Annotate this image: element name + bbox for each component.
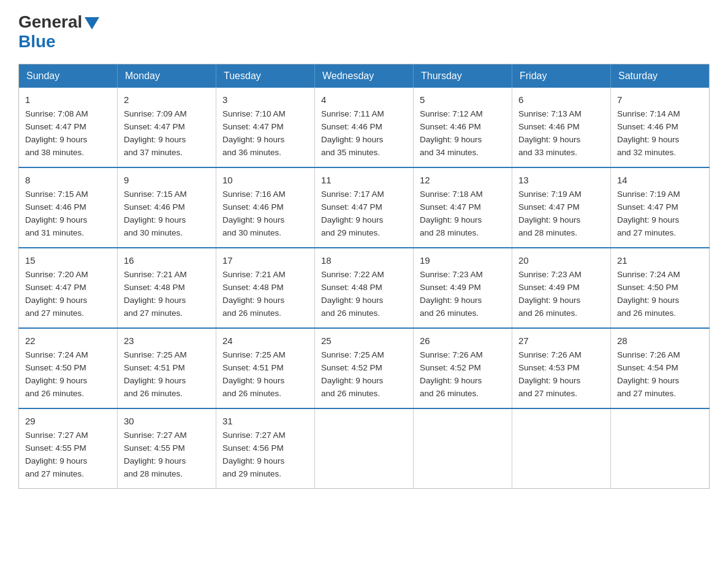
calendar-cell: 23Sunrise: 7:25 AMSunset: 4:51 PMDayligh… [118, 328, 216, 408]
calendar-cell: 30Sunrise: 7:27 AMSunset: 4:55 PMDayligh… [118, 408, 216, 488]
calendar-cell: 31Sunrise: 7:27 AMSunset: 4:56 PMDayligh… [216, 408, 315, 488]
day-number: 1 [25, 93, 111, 107]
day-number: 28 [617, 334, 703, 348]
day-number: 3 [222, 93, 308, 107]
calendar-cell: 14Sunrise: 7:19 AMSunset: 4:47 PMDayligh… [611, 167, 710, 248]
logo: General Blue [18, 12, 99, 52]
calendar-cell: 21Sunrise: 7:24 AMSunset: 4:50 PMDayligh… [611, 248, 710, 328]
weekday-header-monday: Monday [118, 64, 216, 88]
day-number: 26 [420, 334, 506, 348]
day-number: 15 [25, 253, 111, 267]
day-number: 20 [518, 253, 604, 267]
day-number: 24 [222, 334, 308, 348]
calendar-cell: 24Sunrise: 7:25 AMSunset: 4:51 PMDayligh… [216, 328, 315, 408]
calendar-cell: 18Sunrise: 7:22 AMSunset: 4:48 PMDayligh… [315, 248, 414, 328]
day-number: 27 [518, 334, 604, 348]
day-number: 31 [222, 414, 308, 428]
calendar-cell: 17Sunrise: 7:21 AMSunset: 4:48 PMDayligh… [216, 248, 315, 328]
day-number: 13 [518, 173, 604, 187]
calendar-week-row: 1Sunrise: 7:08 AMSunset: 4:47 PMDaylight… [19, 88, 710, 167]
calendar-cell: 15Sunrise: 7:20 AMSunset: 4:47 PMDayligh… [19, 248, 118, 328]
day-number: 7 [617, 93, 703, 107]
calendar-cell: 8Sunrise: 7:15 AMSunset: 4:46 PMDaylight… [19, 167, 118, 248]
day-number: 6 [518, 93, 604, 107]
calendar-week-row: 8Sunrise: 7:15 AMSunset: 4:46 PMDaylight… [19, 167, 710, 248]
weekday-header-tuesday: Tuesday [216, 64, 315, 88]
calendar-cell: 13Sunrise: 7:19 AMSunset: 4:47 PMDayligh… [512, 167, 611, 248]
calendar-cell [315, 408, 414, 488]
weekday-header-row: SundayMondayTuesdayWednesdayThursdayFrid… [19, 64, 710, 88]
calendar-cell: 25Sunrise: 7:25 AMSunset: 4:52 PMDayligh… [315, 328, 414, 408]
day-number: 9 [124, 173, 210, 187]
calendar-cell: 19Sunrise: 7:23 AMSunset: 4:49 PMDayligh… [414, 248, 512, 328]
calendar-cell [611, 408, 710, 488]
calendar-cell: 28Sunrise: 7:26 AMSunset: 4:54 PMDayligh… [611, 328, 710, 408]
calendar-cell: 4Sunrise: 7:11 AMSunset: 4:46 PMDaylight… [315, 88, 414, 167]
calendar-week-row: 29Sunrise: 7:27 AMSunset: 4:55 PMDayligh… [19, 408, 710, 488]
calendar-cell: 6Sunrise: 7:13 AMSunset: 4:46 PMDaylight… [512, 88, 611, 167]
day-number: 2 [124, 93, 210, 107]
day-number: 10 [222, 173, 308, 187]
header: General Blue [18, 12, 710, 52]
day-number: 16 [124, 253, 210, 267]
weekday-header-thursday: Thursday [414, 64, 512, 88]
day-number: 25 [321, 334, 407, 348]
day-number: 8 [25, 173, 111, 187]
calendar-cell: 3Sunrise: 7:10 AMSunset: 4:47 PMDaylight… [216, 88, 315, 167]
calendar-cell: 1Sunrise: 7:08 AMSunset: 4:47 PMDaylight… [19, 88, 118, 167]
day-number: 17 [222, 253, 308, 267]
calendar-cell: 9Sunrise: 7:15 AMSunset: 4:46 PMDaylight… [118, 167, 216, 248]
calendar-cell [512, 408, 611, 488]
weekday-header-friday: Friday [512, 64, 611, 88]
calendar-cell: 5Sunrise: 7:12 AMSunset: 4:46 PMDaylight… [414, 88, 512, 167]
day-number: 29 [25, 414, 111, 428]
logo-blue-text: Blue [18, 32, 56, 52]
day-number: 14 [617, 173, 703, 187]
calendar-cell: 29Sunrise: 7:27 AMSunset: 4:55 PMDayligh… [19, 408, 118, 488]
calendar-cell: 22Sunrise: 7:24 AMSunset: 4:50 PMDayligh… [19, 328, 118, 408]
logo-arrow-icon [85, 17, 99, 29]
day-number: 18 [321, 253, 407, 267]
calendar-cell: 12Sunrise: 7:18 AMSunset: 4:47 PMDayligh… [414, 167, 512, 248]
day-number: 12 [420, 173, 506, 187]
day-number: 19 [420, 253, 506, 267]
calendar-week-row: 22Sunrise: 7:24 AMSunset: 4:50 PMDayligh… [19, 328, 710, 408]
calendar-cell: 11Sunrise: 7:17 AMSunset: 4:47 PMDayligh… [315, 167, 414, 248]
day-number: 30 [124, 414, 210, 428]
calendar-cell: 20Sunrise: 7:23 AMSunset: 4:49 PMDayligh… [512, 248, 611, 328]
calendar-cell: 16Sunrise: 7:21 AMSunset: 4:48 PMDayligh… [118, 248, 216, 328]
day-number: 22 [25, 334, 111, 348]
calendar-cell: 26Sunrise: 7:26 AMSunset: 4:52 PMDayligh… [414, 328, 512, 408]
logo-general-text: General [18, 12, 82, 32]
day-number: 11 [321, 173, 407, 187]
day-number: 21 [617, 253, 703, 267]
weekday-header-sunday: Sunday [19, 64, 118, 88]
calendar-cell: 27Sunrise: 7:26 AMSunset: 4:53 PMDayligh… [512, 328, 611, 408]
weekday-header-saturday: Saturday [611, 64, 710, 88]
day-number: 23 [124, 334, 210, 348]
calendar-week-row: 15Sunrise: 7:20 AMSunset: 4:47 PMDayligh… [19, 248, 710, 328]
calendar-cell: 10Sunrise: 7:16 AMSunset: 4:46 PMDayligh… [216, 167, 315, 248]
weekday-header-wednesday: Wednesday [315, 64, 414, 88]
calendar-cell: 7Sunrise: 7:14 AMSunset: 4:46 PMDaylight… [611, 88, 710, 167]
calendar-table: SundayMondayTuesdayWednesdayThursdayFrid… [18, 64, 710, 489]
calendar-cell: 2Sunrise: 7:09 AMSunset: 4:47 PMDaylight… [118, 88, 216, 167]
day-number: 4 [321, 93, 407, 107]
day-number: 5 [420, 93, 506, 107]
calendar-cell [414, 408, 512, 488]
